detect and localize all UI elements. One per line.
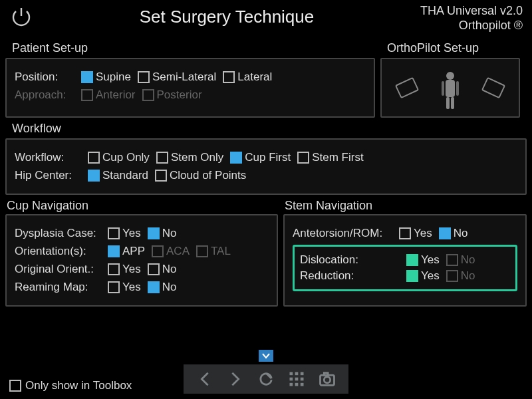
position-supine-label: Supine <box>96 70 131 84</box>
orthopilot-setup-diagram[interactable] <box>380 58 520 118</box>
reduction-no-label: No <box>461 269 475 283</box>
orientation-app-option[interactable]: APP <box>108 245 145 258</box>
apps-grid-icon[interactable] <box>287 370 306 388</box>
checkbox-disabled-icon <box>81 89 93 101</box>
svg-rect-11 <box>290 378 293 381</box>
only-show-in-toolbox-label: Only show in Toolbox <box>25 379 132 392</box>
next-button[interactable] <box>226 370 245 388</box>
checkbox-icon <box>223 71 235 83</box>
original-orient-label: Original Orient.: <box>15 263 101 276</box>
dysplasia-no-label: No <box>162 227 177 240</box>
reaming-yes-label: Yes <box>122 281 141 294</box>
svg-rect-4 <box>451 97 454 109</box>
checkbox-icon <box>88 152 100 164</box>
original-orient-no-option[interactable]: No <box>148 263 177 276</box>
orientation-aca-option: ACA <box>152 245 190 258</box>
checkbox-icon <box>108 281 120 293</box>
checkbox-icon <box>108 263 120 275</box>
workflow-stem-only-option[interactable]: Stem Only <box>156 151 223 164</box>
svg-rect-3 <box>446 97 450 109</box>
patient-setup-title: Patient Set-up <box>12 41 375 55</box>
stem-navigation-title: Stem Navigation <box>285 199 372 213</box>
workflow-cup-only-option[interactable]: Cup Only <box>88 151 150 164</box>
antetorsion-label: Antetorsion/ROM: <box>293 227 392 240</box>
svg-rect-12 <box>295 378 299 381</box>
position-label: Position: <box>15 70 74 84</box>
only-show-in-toolbox-option[interactable]: Only show in Toolbox <box>9 379 132 392</box>
svg-rect-5 <box>442 81 444 96</box>
dysplasia-yes-label: Yes <box>122 227 141 240</box>
checkbox-disabled-icon <box>196 245 208 257</box>
reaming-no-label: No <box>162 281 177 294</box>
prev-button[interactable] <box>196 370 214 388</box>
original-orient-yes-option[interactable]: Yes <box>108 263 141 276</box>
dislocation-no-label: No <box>461 253 475 267</box>
position-lateral-label: Lateral <box>237 70 272 84</box>
checkbox-icon <box>297 152 309 164</box>
position-lateral-option[interactable]: Lateral <box>223 70 272 84</box>
page-title: Set Surgery Technique <box>33 4 420 27</box>
position-supine-option[interactable]: Supine <box>81 70 131 84</box>
checkbox-checked-icon <box>406 270 418 282</box>
svg-point-18 <box>324 377 330 383</box>
svg-rect-0 <box>396 78 418 98</box>
orientation-tal-label: TAL <box>211 245 231 258</box>
checkbox-disabled-icon <box>152 245 164 257</box>
svg-rect-13 <box>301 378 304 381</box>
checkbox-icon <box>399 227 411 239</box>
approach-posterior-label: Posterior <box>157 88 202 102</box>
dysplasia-no-option[interactable]: No <box>148 227 177 240</box>
reduction-yes-option[interactable]: Yes <box>406 269 440 283</box>
hip-center-label: Hip Center: <box>15 169 81 182</box>
antetorsion-yes-label: Yes <box>414 227 432 240</box>
orientation-tal-option: TAL <box>196 245 231 258</box>
position-semi-lateral-option[interactable]: Semi-Lateral <box>138 70 216 84</box>
antetorsion-no-label: No <box>454 227 468 240</box>
reduction-no-option: No <box>446 269 475 283</box>
checkbox-checked-icon <box>88 170 100 182</box>
bottom-toolbar <box>184 364 348 394</box>
checkbox-checked-icon <box>81 71 93 83</box>
power-icon[interactable] <box>9 5 33 29</box>
orientation-aca-label: ACA <box>166 245 190 258</box>
dislocation-yes-label: Yes <box>421 253 440 267</box>
original-orient-no-label: No <box>162 263 177 276</box>
approach-label: Approach: <box>15 88 74 102</box>
original-orient-yes-label: Yes <box>122 263 141 276</box>
orthopilot-setup-title: OrthoPilot Set-up <box>387 41 527 55</box>
hip-center-cloud-option[interactable]: Cloud of Points <box>155 169 246 182</box>
checkbox-icon <box>9 380 21 392</box>
product-brand: Orthopilot ® <box>420 19 523 33</box>
checkbox-disabled-icon <box>446 270 458 282</box>
cup-navigation-title: Cup Navigation <box>7 199 279 213</box>
workflow-stem-first-option[interactable]: Stem First <box>297 151 363 164</box>
antetorsion-no-option[interactable]: No <box>439 227 468 240</box>
svg-rect-2 <box>446 80 455 97</box>
dysplasia-label: Dysplasia Case: <box>15 227 101 240</box>
approach-anterior-option: Anterior <box>81 88 136 102</box>
dysplasia-yes-option[interactable]: Yes <box>108 227 141 240</box>
product-version: THA Universal v2.0 <box>420 4 523 19</box>
antetorsion-yes-option[interactable]: Yes <box>399 227 432 240</box>
orientations-label: Orientation(s): <box>15 245 101 258</box>
checkbox-icon <box>155 170 167 182</box>
svg-rect-16 <box>301 383 304 386</box>
collapse-down-icon[interactable] <box>259 350 273 362</box>
workflow-title: Workflow <box>12 122 527 136</box>
dislocation-no-option: No <box>446 253 475 267</box>
reaming-map-label: Reaming Map: <box>15 281 101 294</box>
svg-rect-19 <box>324 373 328 376</box>
dislocation-yes-option[interactable]: Yes <box>406 253 440 267</box>
reaming-yes-option[interactable]: Yes <box>108 281 141 294</box>
workflow-cup-first-option[interactable]: Cup First <box>230 151 291 164</box>
svg-point-1 <box>446 72 454 80</box>
reaming-no-option[interactable]: No <box>148 281 177 294</box>
orientation-app-label: APP <box>122 245 145 258</box>
hip-center-cloud-label: Cloud of Points <box>170 169 246 182</box>
checkbox-disabled-icon <box>446 254 458 266</box>
settings-icon[interactable] <box>257 370 275 388</box>
workflow-cup-only-label: Cup Only <box>102 151 150 164</box>
hip-center-standard-option[interactable]: Standard <box>88 169 148 182</box>
camera-icon[interactable] <box>318 370 336 388</box>
checkbox-disabled-icon <box>142 89 154 101</box>
